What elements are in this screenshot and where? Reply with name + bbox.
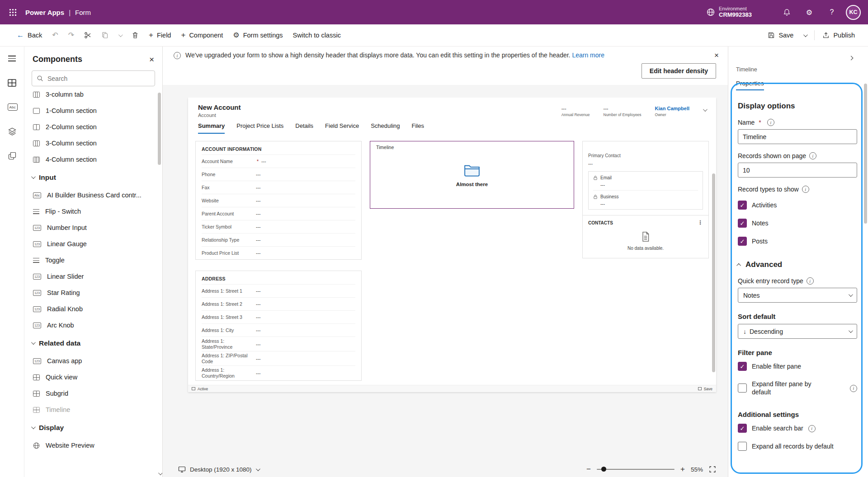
component-item-1-column-section[interactable]: 1-Column section	[24, 103, 162, 119]
fit-to-screen-icon[interactable]	[709, 466, 716, 473]
dismiss-banner-icon[interactable]: ×	[714, 51, 719, 60]
tab-field-service[interactable]: Field Service	[325, 122, 359, 134]
account-information-section[interactable]: ACCOUNT INFORMATION Account Name*--- Pho…	[195, 141, 362, 260]
component-item-canvas-app[interactable]: 123 Canvas app	[24, 353, 162, 369]
search-input[interactable]	[47, 75, 150, 82]
switch-to-classic-button[interactable]: Switch to classic	[288, 27, 346, 43]
checkbox-notes[interactable]: Notes	[738, 214, 857, 232]
timeline-control-selected[interactable]: Timeline Almost there	[370, 141, 574, 209]
field-row[interactable]: Website---	[202, 194, 355, 207]
info-icon[interactable]: i	[850, 385, 857, 392]
locked-field-email[interactable]: Email ---	[593, 172, 698, 190]
info-icon[interactable]: i	[802, 186, 809, 193]
field-row[interactable]: Address 1: City---	[202, 323, 355, 337]
app-name[interactable]: Power Apps	[25, 9, 64, 16]
tab-scheduling[interactable]: Scheduling	[371, 122, 400, 134]
records-shown-input[interactable]	[738, 163, 857, 178]
environment-picker[interactable]: Environment CRM992383	[707, 6, 752, 19]
component-item-quick-view[interactable]: Quick view	[24, 369, 162, 385]
tab-details[interactable]: Details	[295, 122, 313, 134]
settings-button[interactable]: ⚙	[798, 0, 821, 24]
slider-thumb[interactable]	[601, 467, 606, 472]
checkbox-expand-all-records[interactable]: Expand all records by default	[738, 437, 857, 455]
nav-components-button[interactable]	[8, 78, 17, 87]
component-item-radial-knob[interactable]: 123 Radial Knob	[24, 301, 162, 317]
contacts-subgrid[interactable]: CONTACTS ⋮ No data available.	[582, 215, 709, 258]
app-launcher-button[interactable]	[0, 0, 25, 24]
checkbox-checked-icon[interactable]	[738, 219, 747, 228]
field-row[interactable]: Address 1: ZIP/Postal Code---	[202, 351, 355, 365]
collapse-properties-chevron-icon[interactable]	[849, 56, 854, 61]
cut-button[interactable]	[79, 27, 96, 43]
add-component-button[interactable]: + Component	[176, 27, 228, 43]
quick-entry-dropdown[interactable]: Notes	[738, 288, 857, 303]
help-button[interactable]: ?	[821, 0, 843, 24]
sort-default-dropdown[interactable]: ↓Descending	[738, 324, 857, 339]
tab-project-price-lists[interactable]: Project Price Lists	[236, 122, 283, 134]
component-item-subgrid[interactable]: Subgrid	[24, 385, 162, 402]
checkbox-checked-icon[interactable]	[738, 201, 747, 210]
collapse-pane-button[interactable]	[8, 54, 17, 63]
component-item-number-input[interactable]: 123 Number Input	[24, 220, 162, 236]
nav-fields-button[interactable]: Abc	[8, 103, 17, 112]
component-item-star-rating[interactable]: 123 Star Rating	[24, 285, 162, 301]
publish-button[interactable]: Publish	[817, 27, 860, 43]
save-button[interactable]: Save	[763, 27, 798, 43]
form-header[interactable]: New Account Account --- Annual Revenue -…	[188, 98, 716, 119]
component-item-flip-switch[interactable]: Flip - Switch	[24, 203, 162, 220]
component-item-linear-slider[interactable]: 123 Linear Slider	[24, 268, 162, 285]
collapse-header-chevron-icon[interactable]	[703, 107, 708, 112]
checkbox-posts[interactable]: Posts	[738, 232, 857, 250]
header-field-number-of-employees[interactable]: --- Number of Employees	[604, 106, 642, 117]
group-header-display[interactable]: Display	[24, 418, 162, 437]
components-search-box[interactable]	[32, 70, 155, 86]
checkbox-checked-icon[interactable]	[738, 237, 747, 246]
nav-form-libraries-button[interactable]	[8, 151, 17, 160]
primary-contact-card[interactable]: Primary Contact ---	[582, 141, 709, 215]
nav-tree-view-button[interactable]	[8, 127, 17, 136]
field-row[interactable]: Address 1: Street 1---	[202, 284, 355, 297]
header-field-owner[interactable]: Kian Campbell Owner	[655, 106, 689, 117]
checkbox-enable-search-bar[interactable]: Enable search bar i	[738, 419, 857, 437]
checkbox-activities[interactable]: Activities	[738, 196, 857, 214]
paste-dropdown-button[interactable]	[113, 27, 127, 43]
form-settings-button[interactable]: ⚙ Form settings	[228, 27, 288, 43]
back-button[interactable]: ← Back	[12, 27, 47, 43]
component-item-3-column-section[interactable]: 3-Column section	[24, 135, 162, 151]
field-row[interactable]: Parent Account---	[202, 207, 355, 220]
learn-more-link[interactable]: Learn more	[572, 51, 604, 59]
add-field-button[interactable]: + Field	[144, 27, 176, 43]
address-section[interactable]: ADDRESS Address 1: Street 1--- Address 1…	[195, 271, 362, 381]
group-header-related-data[interactable]: Related data	[24, 333, 162, 353]
info-icon[interactable]: i	[808, 425, 816, 432]
zoom-in-button[interactable]: +	[680, 465, 685, 474]
user-avatar[interactable]: KC	[846, 5, 861, 20]
tab-summary[interactable]: Summary	[198, 122, 225, 134]
component-item-ai-builder[interactable]: Abc AI Builder Business Card contr...	[24, 187, 162, 203]
close-panel-icon[interactable]: ×	[149, 55, 154, 64]
field-row[interactable]: Address 1: Street 2---	[202, 297, 355, 310]
field-row[interactable]: Address 1: Country/Region---	[202, 365, 355, 380]
tab-files[interactable]: Files	[412, 122, 424, 134]
field-row[interactable]: Product Price List---	[202, 246, 355, 259]
checkbox-checked-icon[interactable]	[738, 362, 747, 371]
locked-field-business[interactable]: Business ---	[593, 190, 698, 209]
device-picker[interactable]: Desktop (1920 x 1080)	[178, 466, 259, 473]
component-item-website-preview[interactable]: Website Preview	[24, 437, 162, 454]
tab-properties[interactable]: Properties	[736, 80, 764, 90]
info-icon[interactable]: i	[767, 119, 774, 126]
field-row[interactable]: Ticker Symbol---	[202, 220, 355, 233]
save-options-dropdown[interactable]	[798, 27, 811, 43]
component-item-3-column-tab[interactable]: 3-column tab	[24, 91, 162, 103]
notifications-button[interactable]	[775, 0, 798, 24]
advanced-section-header[interactable]: Advanced	[738, 260, 857, 269]
checkbox-unchecked-icon[interactable]	[738, 383, 747, 393]
edit-header-density-button[interactable]: Edit header density	[642, 63, 716, 79]
component-item-toggle[interactable]: Toggle	[24, 252, 162, 268]
copy-button[interactable]	[96, 27, 113, 43]
undo-button[interactable]: ↶	[47, 27, 63, 43]
component-item-4-column-section[interactable]: 4-Column section	[24, 151, 162, 168]
name-input[interactable]	[738, 129, 857, 144]
delete-button[interactable]	[127, 27, 144, 43]
zoom-slider[interactable]	[597, 466, 675, 472]
